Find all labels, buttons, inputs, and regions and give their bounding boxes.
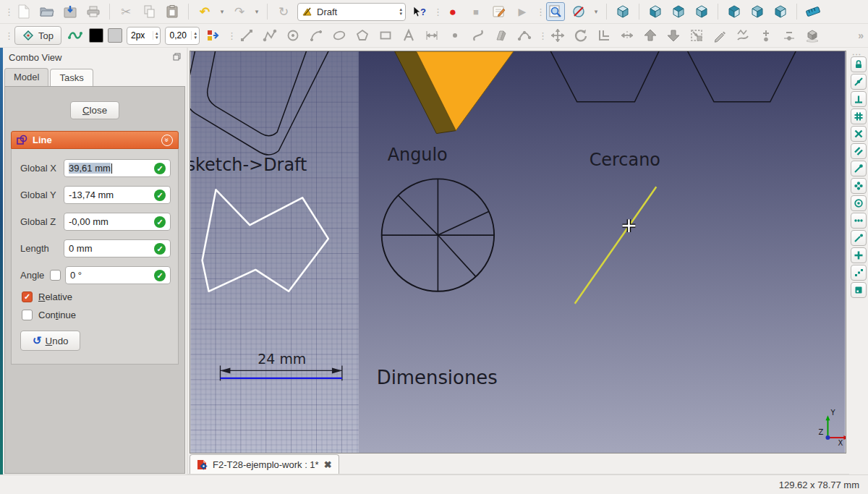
- line-color-swatch[interactable]: [89, 28, 103, 43]
- draft-edit-button[interactable]: [710, 26, 729, 45]
- draft-rectangle-button[interactable]: [376, 26, 395, 45]
- line-task-header[interactable]: Line »: [11, 131, 179, 149]
- global-x-field[interactable]: 39,61 mm ✓: [64, 159, 171, 177]
- snap-grid-button[interactable]: [851, 108, 867, 124]
- paste-button[interactable]: [163, 2, 182, 21]
- measure-button[interactable]: [804, 2, 822, 21]
- open-file-button[interactable]: [38, 2, 56, 21]
- redo-dropdown[interactable]: ▾: [253, 8, 260, 15]
- draft-trim-button[interactable]: [618, 26, 637, 45]
- draft-circle-button[interactable]: [284, 26, 302, 45]
- toolbar-handle[interactable]: ⋮: [433, 7, 439, 17]
- construction-mode-button[interactable]: [66, 26, 85, 45]
- toolbar-handle[interactable]: ⋮: [4, 7, 10, 17]
- new-file-button[interactable]: [14, 2, 33, 21]
- view-right-button[interactable]: [692, 2, 711, 21]
- print-button[interactable]: [84, 2, 103, 21]
- refresh-button[interactable]: ↻: [274, 2, 293, 21]
- draft-wire-to-bspline-button[interactable]: [733, 26, 752, 45]
- snap-intersection-button[interactable]: [851, 126, 867, 142]
- draft-text-button[interactable]: [399, 26, 418, 45]
- draft-downgrade-button[interactable]: [664, 26, 683, 45]
- tab-tasks[interactable]: Tasks: [50, 69, 93, 87]
- snap-working-plane-button[interactable]: [851, 282, 867, 298]
- macro-stop-button[interactable]: ■: [467, 2, 485, 21]
- draft-offset-button[interactable]: [595, 26, 613, 45]
- snap-lock-button[interactable]: [851, 56, 867, 72]
- draft-facebinder-button[interactable]: [492, 26, 511, 45]
- toolbar-handle[interactable]: ⋮: [227, 30, 233, 41]
- line-width-input[interactable]: [131, 30, 153, 41]
- angle-field[interactable]: 0 ° ✓: [65, 266, 171, 284]
- global-z-field[interactable]: -0,00 mm ✓: [64, 213, 171, 231]
- scale-spinbox[interactable]: ▴▾: [165, 27, 200, 45]
- snap-ortho-button[interactable]: [851, 247, 867, 263]
- snap-endpoint-button[interactable]: [851, 161, 867, 176]
- view-front-button[interactable]: [646, 2, 665, 21]
- save-button[interactable]: [61, 2, 80, 21]
- autogroup-button[interactable]: [204, 26, 223, 45]
- collapse-task-button[interactable]: »: [161, 135, 173, 146]
- snap-perpendicular-button[interactable]: [851, 91, 867, 107]
- close-tab-icon[interactable]: ✖: [324, 459, 332, 470]
- draft-line-button[interactable]: [237, 26, 256, 45]
- snap-midpoint-button[interactable]: [851, 74, 867, 90]
- snap-dimensions-button[interactable]: [851, 213, 867, 229]
- draft-arc-button[interactable]: [307, 26, 326, 45]
- draft-wire-button[interactable]: [260, 26, 279, 45]
- snap-parallel-button[interactable]: [851, 143, 867, 159]
- snap-extension-button[interactable]: [851, 265, 867, 281]
- draft-dimension-button[interactable]: [422, 26, 441, 45]
- working-plane-button[interactable]: Top: [14, 26, 61, 45]
- draft-move-button[interactable]: [548, 26, 567, 45]
- view-rear-button[interactable]: [725, 2, 744, 21]
- copy-button[interactable]: [140, 2, 158, 21]
- snap-near-button[interactable]: [851, 230, 867, 246]
- view-left-button[interactable]: [771, 2, 790, 21]
- draft-add-point-button[interactable]: [757, 26, 775, 45]
- draft-point-button[interactable]: [446, 26, 464, 45]
- draft-upgrade-button[interactable]: [641, 26, 660, 45]
- document-tab[interactable]: F2-T28-ejemplo-work : 1* ✖: [190, 454, 339, 474]
- snap-angle-button[interactable]: [851, 195, 867, 211]
- view-top-button[interactable]: [669, 2, 688, 21]
- draft-bezier-button[interactable]: [515, 26, 534, 45]
- view-bottom-button[interactable]: [748, 2, 767, 21]
- tab-model[interactable]: Model: [4, 68, 48, 86]
- line-width-spinbox[interactable]: ▴▾: [127, 27, 161, 45]
- view-isometric-button[interactable]: [613, 2, 632, 21]
- toolbar-handle[interactable]: ⋮: [536, 7, 542, 17]
- continue-checkbox[interactable]: [22, 310, 33, 320]
- draft-rotate-button[interactable]: [571, 26, 590, 45]
- close-task-button[interactable]: Close: [70, 101, 119, 119]
- angle-lock-checkbox[interactable]: [50, 270, 61, 281]
- draft-remove-point-button[interactable]: [780, 26, 799, 45]
- undo-dropdown[interactable]: ▾: [218, 8, 226, 15]
- snap-center-button[interactable]: [851, 178, 867, 194]
- length-field[interactable]: 0 mm ✓: [64, 239, 171, 257]
- macro-edit-button[interactable]: [490, 2, 509, 21]
- undo-button[interactable]: ↶: [195, 2, 214, 21]
- fit-all-button[interactable]: [546, 2, 565, 21]
- face-color-swatch[interactable]: [108, 28, 122, 43]
- 3d-viewport[interactable]: 24 mm sketch->Draft Angulo Cercano Dimen…: [190, 51, 846, 453]
- whats-this-button[interactable]: ?: [410, 2, 429, 21]
- toolbar-handle[interactable]: ⋮: [538, 30, 544, 41]
- macro-record-button[interactable]: ●: [443, 2, 462, 21]
- toolbar-handle[interactable]: ⋮: [4, 30, 10, 41]
- draft-scale-button[interactable]: [687, 26, 706, 45]
- macro-play-button[interactable]: ▶: [513, 2, 532, 21]
- toolbar-overflow-button[interactable]: »: [858, 30, 864, 41]
- scale-input[interactable]: [169, 30, 191, 41]
- global-y-field[interactable]: -13,74 mm ✓: [64, 186, 171, 204]
- undo-task-button[interactable]: ↺ Undo: [20, 331, 80, 351]
- redo-button[interactable]: ↷: [230, 2, 249, 21]
- draft-shape2dview-button[interactable]: [803, 26, 822, 45]
- draw-style-dropdown[interactable]: ▾: [592, 8, 600, 15]
- draft-polygon-button[interactable]: [353, 26, 372, 45]
- relative-checkbox[interactable]: ✓: [22, 291, 33, 302]
- cut-button[interactable]: ✂: [116, 2, 135, 21]
- draw-style-button[interactable]: [569, 2, 588, 21]
- draft-bspline-button[interactable]: [469, 26, 488, 45]
- float-panel-button[interactable]: [173, 52, 181, 63]
